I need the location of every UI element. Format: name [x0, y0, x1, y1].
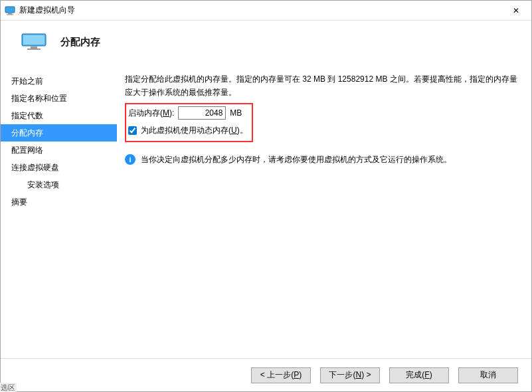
svg-rect-0 [5, 7, 15, 13]
cancel-button[interactable]: 取消 [458, 367, 518, 383]
highlight-box: 启动内存(M): MB 为此虚拟机使用动态内存(U)。 [125, 103, 253, 142]
dynamic-memory-row[interactable]: 为此虚拟机使用动态内存(U)。 [128, 124, 248, 137]
svg-rect-6 [27, 49, 41, 50]
wizard-footer: < 上一步(P) 下一步(N) > 完成(F) 取消 [1, 358, 531, 391]
finish-button[interactable]: 完成(F) [389, 367, 449, 383]
sidebar-step-6[interactable]: 安装选项 [1, 176, 117, 193]
start-memory-row: 启动内存(M): MB [128, 106, 248, 120]
header-icon [21, 33, 47, 51]
app-icon [5, 5, 15, 16]
info-icon: i [125, 154, 135, 165]
titlebar: 新建虚拟机向导 ✕ [1, 1, 531, 21]
sidebar-step-1[interactable]: 指定名称和位置 [1, 90, 117, 107]
dynamic-memory-checkbox[interactable] [128, 126, 137, 135]
step-sidebar: 开始之前指定名称和位置指定代数分配内存配置网络连接虚拟硬盘安装选项摘要 [1, 67, 117, 358]
window-title: 新建虚拟机向导 [19, 5, 501, 16]
info-row: i 当你决定向虚拟机分配多少内存时，请考虑你要使用虚拟机的方式及它运行的操作系统… [125, 153, 518, 166]
page-title: 分配内存 [60, 36, 100, 49]
info-text: 当你决定向虚拟机分配多少内存时，请考虑你要使用虚拟机的方式及它运行的操作系统。 [141, 153, 452, 166]
svg-rect-4 [23, 35, 44, 45]
sidebar-step-3[interactable]: 分配内存 [1, 124, 117, 142]
close-button[interactable]: ✕ [501, 1, 531, 20]
wizard-body: 开始之前指定名称和位置指定代数分配内存配置网络连接虚拟硬盘安装选项摘要 指定分配… [1, 67, 531, 358]
sidebar-step-0[interactable]: 开始之前 [1, 72, 117, 90]
close-icon: ✕ [513, 6, 519, 15]
sidebar-step-4[interactable]: 配置网络 [1, 142, 117, 159]
sidebar-step-2[interactable]: 指定代数 [1, 107, 117, 124]
sidebar-step-5[interactable]: 连接虚拟硬盘 [1, 159, 117, 176]
sidebar-step-7[interactable]: 摘要 [1, 193, 117, 211]
corner-label: 选区 [0, 383, 17, 392]
dynamic-memory-label: 为此虚拟机使用动态内存(U)。 [141, 124, 248, 137]
svg-rect-5 [31, 47, 37, 49]
start-memory-input[interactable] [178, 106, 226, 120]
description-text: 指定分配给此虚拟机的内存量。指定的内存量可在 32 MB 到 12582912 … [125, 72, 518, 99]
wizard-window: 新建虚拟机向导 ✕ 分配内存 开始之前指定名称和位置指定代数分配内存配置网络连接… [0, 0, 532, 392]
start-memory-label: 启动内存(M): [128, 106, 174, 120]
previous-button[interactable]: < 上一步(P) [251, 367, 311, 383]
content-pane: 指定分配给此虚拟机的内存量。指定的内存量可在 32 MB 到 12582912 … [117, 67, 531, 358]
wizard-header: 分配内存 [1, 21, 531, 66]
svg-rect-1 [8, 13, 12, 15]
memory-unit-label: MB [230, 106, 242, 120]
next-button[interactable]: 下一步(N) > [320, 367, 380, 383]
svg-rect-2 [7, 14, 13, 15]
